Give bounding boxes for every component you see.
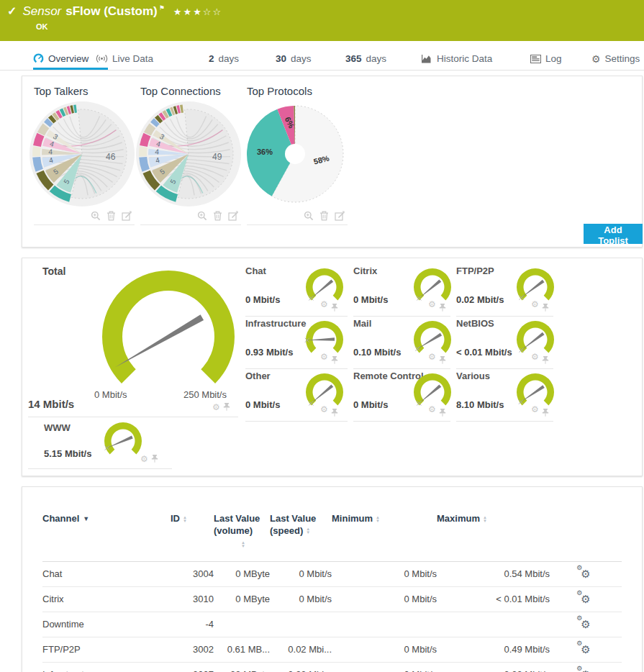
gauge-cell-ftp-p2p: FTP/P2P0.02 Mbit/s⚙ xyxy=(456,264,553,317)
gauge-icon xyxy=(33,53,44,64)
column-header-minimum[interactable]: Minimum▲▼ xyxy=(332,506,437,561)
value-cell: 3.32 Mbit/s xyxy=(437,662,550,672)
sort-icon[interactable]: ▲▼ xyxy=(376,516,380,523)
www-gauge xyxy=(100,421,146,461)
trash-icon[interactable] xyxy=(213,209,222,221)
toplist-chart[interactable]: 55444346 xyxy=(28,100,136,208)
gauge-settings-icon[interactable]: ⚙ xyxy=(428,353,436,361)
svg-text:46: 46 xyxy=(106,152,116,162)
priority-stars[interactable]: ★★★☆☆ xyxy=(173,6,222,17)
column-header-channel[interactable]: Channel▼ xyxy=(42,506,171,561)
toplist-top-talkers: Top Talkers55444346 xyxy=(28,82,135,225)
table-row-infrastructure: Infrastructure300733 MByte0.93 Mbi...0 M… xyxy=(42,662,622,672)
value-cell: 0 MByte xyxy=(214,586,270,612)
gauge-settings-icon[interactable]: ⚙ xyxy=(320,353,328,361)
channel-table-panel: Channel▼ID▲▼Last Value(volume)▲▼Last Val… xyxy=(22,486,643,672)
table-row-citrix: Citrix30100 MByte0 Mbit/s0 Mbit/s< 0.01 … xyxy=(42,586,622,612)
tab-30-days[interactable]: 30days xyxy=(276,50,312,68)
sort-icon[interactable]: ▲▼ xyxy=(306,527,310,535)
status-badge: OK xyxy=(36,22,48,31)
gauge-min-label: 0 Mbit/s xyxy=(94,389,127,400)
value-cell: 0 Mbit/s xyxy=(270,561,332,586)
zoom-icon[interactable] xyxy=(304,209,314,221)
tab-365-days[interactable]: 365days xyxy=(345,50,386,68)
channel-settings-icon[interactable]: ⚙⚙ xyxy=(581,593,590,605)
tab-historic-data[interactable]: Historic Data xyxy=(421,50,492,68)
gauge-channel-value: 0 Mbit/s xyxy=(353,399,388,410)
channel-name-cell: Chat xyxy=(42,561,171,586)
toplist-chart[interactable]: 58%36%6% xyxy=(241,100,349,208)
gauge-settings-icon[interactable]: ⚙ xyxy=(140,455,148,463)
gauge-channel-label: Infrastructure xyxy=(245,318,307,329)
add-toplist-button[interactable]: Add Toplist xyxy=(584,224,643,244)
gauge-channel-label: Citrix xyxy=(353,265,377,276)
value-cell: 0 MByte xyxy=(214,561,270,586)
tab-2-days[interactable]: 2days xyxy=(209,50,239,68)
gauge-channel-value: 8.10 Mbit/s xyxy=(456,399,504,410)
value-cell: 33 MByte xyxy=(214,662,270,672)
table-row-downtime: Downtime-4⚙⚙ xyxy=(42,612,622,637)
gauge-settings-icon[interactable]: ⚙ xyxy=(428,405,436,414)
gauge-cell-other: Other0 Mbit/s⚙ xyxy=(245,369,348,422)
edit-icon[interactable] xyxy=(122,209,132,221)
gauge-actions: ⚙ xyxy=(428,300,439,309)
channel-gauge-grid: Chat0 Mbit/s⚙Citrix0 Mbit/s⚙FTP/P2P0.02 … xyxy=(245,264,553,422)
gauge-settings-icon[interactable]: ⚙ xyxy=(531,405,539,414)
column-header-actions xyxy=(550,506,622,561)
gauge-settings-icon[interactable]: ⚙ xyxy=(320,300,328,309)
edit-icon[interactable] xyxy=(228,209,238,221)
stars-filled[interactable]: ★★★ xyxy=(173,6,203,17)
tab-label: Historic Data xyxy=(437,53,492,64)
channel-table: Channel▼ID▲▼Last Value(volume)▲▼Last Val… xyxy=(42,506,622,672)
tab-label: Log xyxy=(545,53,562,64)
divider xyxy=(28,417,238,417)
zoom-icon[interactable] xyxy=(91,209,101,221)
total-gauge-value: 14 Mbit/s xyxy=(28,398,74,410)
value-cell: 3010 xyxy=(171,586,214,612)
channel-settings-icon[interactable]: ⚙⚙ xyxy=(581,568,590,580)
channel-settings-icon[interactable]: ⚙⚙ xyxy=(581,618,590,630)
gauge-settings-icon[interactable]: ⚙ xyxy=(531,353,539,361)
pin-icon[interactable] xyxy=(151,454,158,463)
edit-icon[interactable] xyxy=(335,209,345,221)
value-cell: 3004 xyxy=(171,561,214,586)
www-gauge-value: 5.15 Mbit/s xyxy=(44,448,91,459)
column-header-last-value-speed-[interactable]: Last Value(speed)▲▼ xyxy=(270,506,332,561)
toplist-actions xyxy=(34,208,135,225)
channel-name-cell: Infrastructure xyxy=(42,662,171,672)
gauge-settings-icon[interactable]: ⚙ xyxy=(212,403,220,412)
priority-flag-icon[interactable]: ⚑ xyxy=(159,4,165,12)
column-header-maximum[interactable]: Maximum▲▼ xyxy=(437,506,550,561)
gauge-channel-value: < 0.01 Mbit/s xyxy=(456,347,512,358)
gauge-settings-icon[interactable]: ⚙ xyxy=(531,300,539,309)
pin-icon[interactable] xyxy=(223,402,230,412)
zoom-icon[interactable] xyxy=(197,209,207,221)
column-header-id[interactable]: ID▲▼ xyxy=(171,506,214,561)
gauge-settings-icon[interactable]: ⚙ xyxy=(428,300,436,309)
column-header-last-value-volume-[interactable]: Last Value(volume)▲▼ xyxy=(214,506,270,561)
sort-icon[interactable]: ▲▼ xyxy=(483,516,487,523)
gauge-settings-icon[interactable]: ⚙ xyxy=(320,405,328,414)
trash-icon[interactable] xyxy=(319,209,329,221)
gauge-actions: ⚙ xyxy=(531,353,542,361)
tab-overview[interactable]: Overview xyxy=(33,50,89,68)
sort-icon[interactable]: ▲▼ xyxy=(241,541,245,548)
gauge-cell-remote-control: Remote Control0 Mbit/s⚙ xyxy=(353,369,450,422)
gauge-cell-citrix: Citrix0 Mbit/s⚙ xyxy=(353,264,450,317)
gauge-actions: ⚙ xyxy=(531,300,542,309)
gauge-cell-various: Various8.10 Mbit/s⚙ xyxy=(456,369,553,422)
channel-settings-icon[interactable]: ⚙⚙ xyxy=(581,643,590,655)
channel-settings-icon[interactable]: ⚙⚙ xyxy=(581,668,590,672)
gauge-cell-chat: Chat0 Mbit/s⚙ xyxy=(245,264,348,317)
toplist-chart[interactable]: 55444349 xyxy=(135,100,242,208)
gauge-actions: ⚙ xyxy=(320,353,331,361)
sort-icon[interactable]: ▲▼ xyxy=(183,516,187,523)
svg-text:36%: 36% xyxy=(257,147,273,156)
channel-name-cell: FTP/P2P xyxy=(42,637,171,662)
tab-settings[interactable]: ⚙Settings xyxy=(591,50,640,68)
trash-icon[interactable] xyxy=(106,209,116,221)
tab-live-data[interactable]: Live Data xyxy=(96,50,153,68)
tab-log[interactable]: Log xyxy=(530,50,562,68)
stars-empty[interactable]: ☆☆ xyxy=(203,6,222,17)
value-cell: 0 Mbit/s xyxy=(332,637,437,662)
